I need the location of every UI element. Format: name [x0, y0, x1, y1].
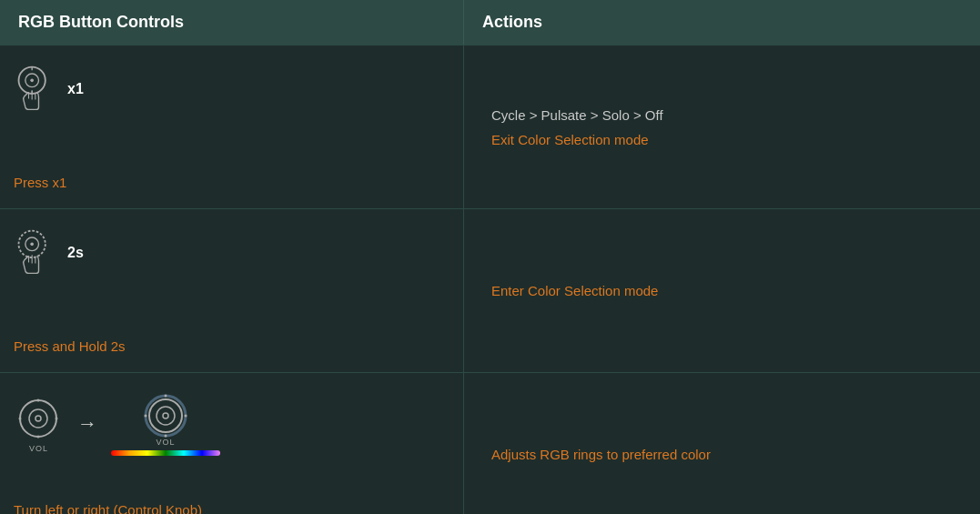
header-controls: RGB Button Controls — [0, 0, 464, 45]
svg-point-14 — [56, 418, 58, 420]
svg-point-22 — [184, 415, 187, 418]
action-secondary-hold: Enter Color Selection mode — [491, 283, 953, 298]
svg-point-11 — [37, 399, 40, 402]
hold-badge: 2s — [67, 245, 84, 261]
knob-press-icon — [14, 64, 64, 114]
knob-to: VOL — [111, 391, 220, 456]
right-cell-hold: Enter Color Selection mode — [464, 209, 980, 372]
row-turn-knob: VOL → VOL Turn — [0, 372, 980, 514]
svg-point-10 — [35, 416, 41, 421]
left-cell-press-x1: x1 Press x1 — [0, 45, 464, 208]
arrow-icon: → — [77, 412, 97, 436]
svg-point-16 — [149, 399, 182, 432]
knob-from: VOL — [14, 394, 64, 453]
table-header: RGB Button Controls Actions — [0, 0, 980, 45]
turn-label: Turn left or right (Control Knob) — [14, 502, 445, 514]
header-actions: Actions — [464, 0, 980, 45]
svg-point-8 — [20, 400, 56, 437]
svg-point-21 — [144, 415, 146, 418]
knob-simple-icon — [14, 394, 64, 444]
row-press-hold: 2s Press and Hold 2s Enter Color Selecti… — [0, 208, 980, 372]
press-x1-badge: x1 — [67, 81, 84, 97]
knob-rgb-icon — [136, 391, 196, 441]
vol-label-to: VOL — [156, 438, 175, 447]
svg-point-9 — [29, 409, 47, 428]
right-cell-turn: Adjusts RGB rings to preferred color — [464, 373, 980, 514]
hold-label: Press and Hold 2s — [14, 338, 445, 354]
svg-point-18 — [163, 413, 168, 418]
svg-point-2 — [30, 79, 34, 83]
press-x1-label: Press x1 — [14, 175, 445, 190]
gesture-turn: VOL → VOL — [14, 391, 445, 456]
svg-point-12 — [37, 436, 40, 438]
knob-hold-icon — [14, 227, 64, 277]
vol-label-from: VOL — [29, 444, 48, 453]
svg-point-19 — [164, 395, 167, 398]
row-press-x1: x1 Press x1 Cycle > Pulsate > Solo > Off… — [0, 45, 980, 208]
right-cell-press-x1: Cycle > Pulsate > Solo > Off Exit Color … — [464, 45, 980, 208]
svg-point-7 — [30, 243, 34, 247]
gesture-press-x1: x1 — [14, 64, 445, 114]
svg-point-17 — [157, 407, 175, 425]
rainbow-bar — [111, 450, 220, 456]
svg-point-15 — [146, 396, 186, 436]
action-primary-x1: Cycle > Pulsate > Solo > Off — [491, 107, 953, 123]
action-secondary-turn: Adjusts RGB rings to preferred color — [491, 447, 953, 462]
left-cell-turn: VOL → VOL Turn — [0, 373, 464, 514]
left-cell-hold: 2s Press and Hold 2s — [0, 209, 464, 372]
action-secondary-x1: Exit Color Selection mode — [491, 132, 953, 147]
svg-point-13 — [19, 418, 22, 420]
gesture-hold: 2s — [14, 227, 445, 277]
